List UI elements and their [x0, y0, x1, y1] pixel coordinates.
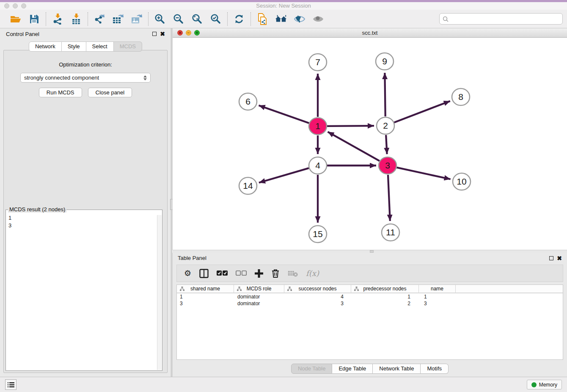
eye-icon[interactable]: [312, 13, 324, 25]
table-cell[interactable]: dominator: [234, 301, 284, 306]
tab-style[interactable]: Style: [62, 41, 86, 52]
graph-node-7[interactable]: 7: [309, 54, 327, 71]
eye-slash-icon[interactable]: [294, 13, 306, 25]
destroy-table-icon[interactable]: [288, 268, 298, 279]
column-settings-icon[interactable]: ⚙: [184, 268, 191, 279]
table-cell[interactable]: 1: [419, 294, 456, 300]
search-field[interactable]: [439, 13, 563, 25]
run-mcds-button[interactable]: Run MCDS: [39, 88, 82, 97]
edge-3-1[interactable]: [328, 132, 380, 161]
zoom-in-icon[interactable]: [154, 13, 166, 25]
edge-4-14[interactable]: [259, 168, 309, 182]
graph-node-10[interactable]: 10: [453, 173, 471, 190]
add-column-icon[interactable]: [255, 268, 263, 279]
zoom-selected-icon[interactable]: [210, 13, 222, 25]
table-row[interactable]: 1dominator411: [177, 293, 563, 300]
graph-node-15[interactable]: 15: [309, 226, 327, 243]
export-table-icon[interactable]: [112, 13, 124, 25]
column-header-successor-nodes[interactable]: successor nodes: [284, 285, 351, 293]
show-columns-icon[interactable]: [199, 268, 209, 279]
graph-node-14[interactable]: 14: [239, 177, 257, 194]
close-panel-icon[interactable]: ✖: [557, 256, 562, 260]
graph-node-11[interactable]: 11: [382, 224, 399, 241]
tab-motifs[interactable]: Motifs: [421, 364, 449, 374]
task-history-button[interactable]: [5, 379, 17, 390]
table-cell[interactable]: 1: [351, 294, 419, 300]
graph-node-1[interactable]: 1: [309, 118, 327, 135]
graph-node-2[interactable]: 2: [377, 117, 394, 134]
table-toolbar: ⚙ f(x): [176, 265, 563, 282]
column-header-MCDS-role[interactable]: MCDS role: [234, 285, 284, 293]
tab-node-table[interactable]: Node Table: [291, 364, 333, 374]
graph-node-9[interactable]: 9: [376, 53, 394, 70]
node-table-header[interactable]: shared nameMCDS rolesuccessor nodesprede…: [177, 285, 563, 293]
export-network-icon[interactable]: [94, 13, 105, 25]
search-input[interactable]: [451, 16, 559, 22]
svg-text:9: 9: [382, 56, 387, 66]
graph-node-3[interactable]: 3: [379, 157, 396, 174]
status-bar: Memory: [0, 377, 567, 392]
table-cell[interactable]: 1: [177, 294, 234, 300]
unselect-all-rows-icon[interactable]: [236, 268, 247, 279]
graph-node-4[interactable]: 4: [309, 157, 327, 174]
edge-2-3[interactable]: [386, 135, 387, 154]
home-icon[interactable]: [275, 13, 287, 25]
edge-1-2[interactable]: [327, 126, 374, 126]
column-header-name[interactable]: name: [419, 285, 456, 293]
export-image-icon[interactable]: [131, 13, 143, 25]
tab-select[interactable]: Select: [86, 41, 114, 52]
close-panel-button[interactable]: Close panel: [88, 88, 132, 97]
delete-column-icon[interactable]: [271, 268, 280, 279]
result-scrollbar[interactable]: [157, 215, 162, 370]
float-panel-icon[interactable]: [549, 256, 553, 260]
select-all-rows-icon[interactable]: [217, 268, 228, 279]
tab-edge-table[interactable]: Edge Table: [332, 364, 373, 374]
edge-2-8[interactable]: [394, 101, 450, 123]
refresh-view-icon[interactable]: [233, 13, 245, 25]
tab-network-table[interactable]: Network Table: [373, 364, 421, 374]
network-graph[interactable]: 7968124314101511: [173, 38, 567, 250]
close-panel-icon[interactable]: ✖: [160, 32, 165, 36]
edge-3-10[interactable]: [396, 168, 450, 179]
table-cell[interactable]: 3: [284, 301, 351, 306]
table-panel-tabs: Node TableEdge TableNetwork TableMotifs: [173, 364, 567, 374]
save-session-icon[interactable]: [28, 13, 40, 25]
zoom-fit-icon[interactable]: [191, 13, 203, 25]
graph-node-8[interactable]: 8: [452, 88, 470, 105]
memory-button[interactable]: Memory: [527, 380, 562, 389]
float-panel-icon[interactable]: [152, 32, 157, 36]
svg-text:11: 11: [386, 227, 395, 237]
svg-text:2: 2: [383, 121, 388, 130]
network-view-window: ✕ − + scc.txt 7968124314101511: [172, 28, 567, 250]
svg-text:8: 8: [458, 92, 463, 102]
network-window-titlebar[interactable]: ✕ − + scc.txt: [173, 28, 567, 38]
table-cell[interactable]: 3: [177, 301, 234, 306]
table-cell[interactable]: 4: [284, 294, 351, 300]
import-network-icon[interactable]: [52, 13, 63, 25]
graph-node-6[interactable]: 6: [239, 93, 257, 110]
network-canvas[interactable]: 7968124314101511: [173, 38, 567, 250]
edge-3-11[interactable]: [388, 175, 390, 221]
import-table-icon[interactable]: [70, 13, 82, 25]
tab-network[interactable]: Network: [29, 41, 62, 52]
optimization-criterion-dropdown[interactable]: strongly connected component: [20, 73, 151, 83]
control-panel: Control Panel ✖ NetworkStyleSelectMCDS O…: [0, 28, 171, 377]
table-cell[interactable]: dominator: [234, 294, 284, 300]
column-header-shared-name[interactable]: shared name: [177, 285, 234, 293]
edge-2-9[interactable]: [385, 73, 385, 116]
clone-network-icon[interactable]: [256, 13, 268, 25]
table-row[interactable]: 3dominator323: [177, 300, 563, 307]
function-builder-icon[interactable]: f(x): [306, 268, 319, 279]
table-cell[interactable]: 2: [351, 301, 419, 306]
tab-mcds[interactable]: MCDS: [114, 41, 142, 52]
svg-text:4: 4: [315, 160, 320, 170]
column-header-predecessor-nodes[interactable]: predecessor nodes: [351, 285, 419, 293]
node-table[interactable]: shared nameMCDS rolesuccessor nodesprede…: [176, 284, 563, 360]
node-table-body[interactable]: 1dominator4113dominator323: [177, 293, 563, 307]
table-cell[interactable]: 3: [419, 301, 456, 306]
edge-1-6[interactable]: [259, 105, 309, 123]
control-panel-tabs: NetworkStyleSelectMCDS: [0, 41, 171, 52]
horizontal-splitter[interactable]: [172, 250, 567, 253]
open-session-icon[interactable]: [10, 13, 22, 25]
zoom-out-icon[interactable]: [173, 13, 184, 25]
